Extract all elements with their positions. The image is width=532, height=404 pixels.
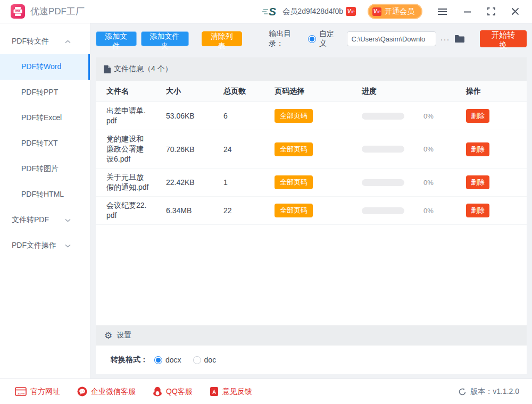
file-name: 会议纪要22.pdf: [106, 200, 149, 221]
window-controls: [436, 6, 520, 16]
clear-list-button[interactable]: 清除列表: [202, 31, 243, 46]
format-option-doc[interactable]: doc: [193, 356, 217, 364]
titlebar: PDF 优速PDF工厂 S 会员2d9f428d4f0b VIP VIP 开通会…: [0, 0, 532, 23]
upgrade-vip-button[interactable]: VIP 开通会员: [368, 4, 422, 19]
version-info: 版本：v1.1.2.0: [458, 387, 519, 397]
maximize-button[interactable]: [486, 6, 496, 16]
file-info-title: 文件信息（4 个）: [114, 64, 172, 74]
app-logo-icon: PDF: [11, 4, 25, 19]
vip-icon: VIP: [346, 7, 356, 16]
col-action: 操作: [466, 87, 527, 96]
start-convert-button[interactable]: 开始转换: [480, 30, 527, 47]
doc-radio[interactable]: [193, 356, 201, 364]
member-avatar-icon: S: [262, 6, 278, 18]
sidebar-item-pdf-to-image[interactable]: PDF转图片: [0, 156, 90, 182]
svg-text:.com: .com: [17, 392, 24, 395]
member-name: 会员2d9f428d4f0b: [282, 7, 343, 16]
wechat-service-link[interactable]: 企业微信客服: [77, 386, 136, 397]
docx-label: docx: [165, 356, 181, 364]
add-file-button[interactable]: 添加文件: [96, 31, 137, 46]
progress-percent: 0%: [423, 207, 434, 215]
hamburger-icon: [437, 8, 447, 15]
folder-icon: [454, 35, 465, 43]
doc-label: doc: [204, 356, 217, 364]
empty-area: [96, 225, 527, 325]
delete-button[interactable]: 删除: [466, 109, 489, 123]
sidebar-item-pdf-to-excel[interactable]: PDF转Excel: [0, 105, 90, 131]
minimize-icon: [463, 8, 471, 15]
delete-button[interactable]: 删除: [466, 142, 489, 156]
add-folder-button[interactable]: 添加文件夹: [141, 31, 189, 46]
format-row: 转换格式： docx doc: [96, 346, 527, 374]
sidebar-group-pdf-to-file[interactable]: PDF转文件: [0, 29, 90, 54]
sidebar-group-label: 文件转PDF: [12, 215, 49, 225]
feedback-icon: [210, 386, 219, 397]
format-label: 转换格式：: [111, 355, 148, 365]
file-size: 53.06KB: [166, 112, 223, 120]
page-select-button[interactable]: 全部页码: [275, 175, 313, 189]
app-title: 优速PDF工厂: [30, 5, 85, 18]
file-pages: 24: [223, 145, 275, 154]
svg-text:PDF: PDF: [15, 10, 20, 13]
settings-title: 设置: [117, 331, 131, 340]
file-name: 党的建设和廉政公署建设6.pdf: [106, 134, 149, 164]
progress-percent: 0%: [423, 112, 434, 120]
upgrade-vip-label: 开通会员: [385, 7, 414, 16]
file-pages: 1: [223, 178, 275, 187]
sidebar: PDF转文件 PDF转Word PDF转PPT PDF转Excel PDF转TX…: [0, 23, 90, 378]
open-folder-button[interactable]: [454, 35, 465, 43]
settings-header: ⚙ 设置: [96, 325, 527, 346]
sidebar-group-file-to-pdf[interactable]: 文件转PDF: [0, 207, 90, 233]
gear-icon: ⚙: [104, 331, 112, 340]
table-row: 关于元旦放假的通知.pdf 22.42KB 1 全部页码 0% 删除: [96, 169, 527, 197]
sidebar-item-pdf-to-word[interactable]: PDF转Word: [0, 54, 90, 80]
chevron-down-icon: [65, 244, 71, 248]
wechat-icon: [77, 386, 87, 397]
page-select-button[interactable]: 全部页码: [275, 204, 313, 217]
file-size: 6.34MB: [166, 206, 223, 215]
sidebar-item-pdf-to-txt[interactable]: PDF转TXT: [0, 131, 90, 156]
file-name: 出差申请单.pdf: [106, 106, 149, 126]
custom-dir-radio[interactable]: [308, 35, 316, 43]
progress-bar: [362, 113, 404, 120]
sidebar-group-pdf-file-ops[interactable]: PDF文件操作: [0, 233, 90, 258]
file-size: 70.26KB: [166, 145, 223, 154]
official-website-link[interactable]: .com 官方网址: [15, 387, 60, 397]
refresh-icon: [458, 388, 467, 396]
feedback-link[interactable]: 意见反馈: [210, 386, 252, 397]
progress-bar: [362, 146, 404, 153]
table-header: 文件名 大小 总页数 页码选择 进度 操作: [96, 81, 527, 102]
page-select-button[interactable]: 全部页码: [275, 142, 313, 156]
progress-bar: [362, 207, 404, 214]
file-size: 22.42KB: [166, 178, 223, 187]
custom-dir-label: 自定义: [319, 29, 340, 48]
menu-button[interactable]: [436, 7, 448, 16]
chevron-down-icon: [65, 218, 71, 222]
browse-more-button[interactable]: ···: [440, 35, 450, 44]
document-icon: [104, 65, 111, 73]
sidebar-item-pdf-to-ppt[interactable]: PDF转PPT: [0, 80, 90, 105]
delete-button[interactable]: 删除: [466, 175, 489, 189]
sidebar-group-label: PDF文件操作: [12, 241, 56, 250]
output-path-input[interactable]: [347, 31, 436, 46]
file-info-header: 文件信息（4 个）: [96, 57, 527, 81]
table-row: 党的建设和廉政公署建设6.pdf 70.26KB 24 全部页码 0% 删除: [96, 130, 527, 169]
col-filename: 文件名: [106, 87, 166, 96]
page-select-button[interactable]: 全部页码: [275, 109, 313, 123]
progress-percent: 0%: [423, 145, 434, 153]
version-label: 版本：v1.1.2.0: [470, 387, 519, 397]
col-page-select: 页码选择: [275, 87, 362, 96]
chevron-up-icon: [65, 40, 71, 44]
vip-icon: VIP: [372, 7, 381, 16]
col-progress: 进度: [362, 87, 466, 96]
docx-radio[interactable]: [154, 356, 162, 364]
minimize-button[interactable]: [462, 7, 472, 16]
col-pages: 总页数: [223, 87, 275, 96]
website-icon: .com: [15, 387, 27, 396]
format-option-docx[interactable]: docx: [154, 356, 181, 364]
close-button[interactable]: [510, 6, 520, 16]
delete-button[interactable]: 删除: [466, 204, 489, 217]
qq-service-link[interactable]: QQ客服: [153, 386, 193, 397]
sidebar-item-pdf-to-html[interactable]: PDF转HTML: [0, 182, 90, 207]
file-pages: 6: [223, 112, 275, 120]
